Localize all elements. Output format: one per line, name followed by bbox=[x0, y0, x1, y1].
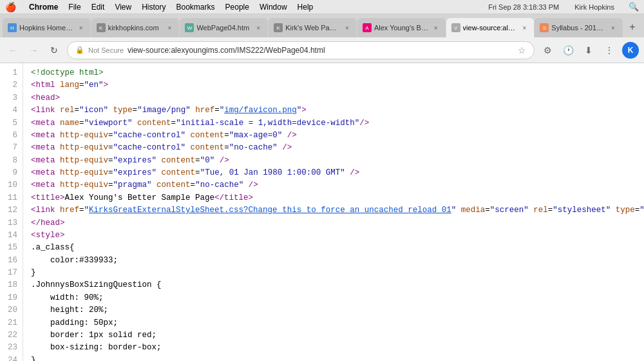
tab-view-source[interactable]: V view-source:ale... × bbox=[446, 18, 535, 37]
code-line: <style> bbox=[31, 229, 644, 242]
code-line: box-sizing: border-box; bbox=[31, 342, 644, 354]
code-line: <meta http-equiv="pragma" content="no-ca… bbox=[31, 179, 644, 191]
code-line: } bbox=[31, 267, 644, 279]
line-number: 14 bbox=[5, 229, 17, 242]
reload-button[interactable]: ↻ bbox=[46, 43, 62, 58]
tab-alex-young[interactable]: A Alex Young's Be... × bbox=[357, 18, 446, 37]
line-number: 12 bbox=[5, 204, 17, 217]
line-number: 3 bbox=[5, 92, 17, 104]
line-number: 4 bbox=[5, 104, 17, 117]
line-number: 16 bbox=[5, 255, 17, 267]
code-line: <title>Alex Young's Better Sample Page</… bbox=[31, 192, 644, 204]
line-number: 11 bbox=[5, 192, 17, 204]
menubar-file[interactable]: File bbox=[68, 3, 80, 12]
line-number: 19 bbox=[5, 292, 17, 304]
line-number: 13 bbox=[5, 217, 17, 229]
code-table: 1234567891011121314151617181920212223242… bbox=[0, 63, 644, 361]
urlbar: ← → ↻ 🔒 Not Secure view-source:alexyoung… bbox=[0, 37, 644, 63]
code-line: padding: 50px; bbox=[31, 317, 644, 329]
code-line: .a_class{ bbox=[31, 242, 644, 254]
tab-favicon-4: K bbox=[274, 23, 283, 32]
code-line: <link href="KirksGreatExternalStyleSheet… bbox=[31, 204, 644, 217]
code-content: <!doctype html><html lang="en"><head><li… bbox=[23, 63, 644, 361]
tab-favicon-2: K bbox=[97, 23, 106, 32]
tab-close-3[interactable]: × bbox=[254, 23, 263, 32]
code-line: } bbox=[31, 355, 644, 361]
line-number: 24 bbox=[5, 355, 17, 361]
line-numbers: 1234567891011121314151617181920212223242… bbox=[0, 63, 23, 361]
url-field[interactable]: 🔒 Not Secure view-source:alexyoungims.co… bbox=[67, 41, 535, 59]
tab-close-7[interactable]: × bbox=[609, 23, 618, 32]
menubar-chrome[interactable]: Chrome bbox=[29, 3, 58, 12]
tab-favicon-7: S bbox=[540, 23, 549, 32]
tab-favicon-5: A bbox=[363, 23, 372, 32]
line-number: 20 bbox=[5, 304, 17, 317]
tab-title-2: kirkhopkins.com bbox=[108, 24, 163, 32]
code-line: <head> bbox=[31, 92, 644, 104]
downloads-icon[interactable]: ⬇ bbox=[581, 43, 596, 58]
code-line: <!doctype html> bbox=[31, 67, 644, 79]
history-icon[interactable]: 🕐 bbox=[560, 43, 576, 58]
apple-menu[interactable]: 🍎 bbox=[5, 2, 16, 12]
profile-button[interactable]: K bbox=[622, 42, 639, 59]
tab-favicon-1: H bbox=[8, 23, 17, 32]
tab-close-5[interactable]: × bbox=[431, 23, 440, 32]
security-icon: 🔒 bbox=[75, 46, 84, 54]
menubar-help[interactable]: Help bbox=[298, 3, 314, 12]
tab-close-2[interactable]: × bbox=[165, 23, 174, 32]
line-number: 15 bbox=[5, 242, 17, 254]
code-line: border: 1px solid red; bbox=[31, 329, 644, 342]
line-number: 23 bbox=[5, 342, 17, 354]
code-line: height: 20%; bbox=[31, 304, 644, 317]
forward-button[interactable]: → bbox=[26, 43, 41, 58]
menubar-user: Kirk Hopkins bbox=[574, 3, 614, 11]
menubar-bookmarks[interactable]: Bookmarks bbox=[176, 3, 215, 12]
code-line: <meta http-equiv="cache-control" content… bbox=[31, 142, 644, 154]
code-line: .JohnnysBoxSizingQuestion { bbox=[31, 279, 644, 291]
tab-title-7: Syllabus - 2019... bbox=[551, 24, 606, 32]
line-number: 2 bbox=[5, 79, 17, 92]
tab-close-4[interactable]: × bbox=[343, 23, 352, 32]
line-number: 17 bbox=[5, 267, 17, 279]
bookmark-icon[interactable]: ☆ bbox=[518, 45, 526, 55]
security-label: Not Secure bbox=[88, 46, 124, 54]
extensions-icon[interactable]: ⚙ bbox=[540, 43, 555, 58]
tab-webpage04[interactable]: W WebPage04.htm × bbox=[180, 18, 268, 37]
code-line: <meta name="viewport" content="initial-s… bbox=[31, 117, 644, 130]
menubar-search-icon[interactable]: 🔍 bbox=[629, 2, 639, 12]
line-number: 18 bbox=[5, 279, 17, 291]
tab-favicon-6: V bbox=[451, 23, 460, 32]
menubar-view[interactable]: View bbox=[115, 3, 131, 12]
code-line: width: 90%; bbox=[31, 292, 644, 304]
code-line: <html lang="en"> bbox=[31, 79, 644, 92]
line-number: 5 bbox=[5, 117, 17, 130]
menubar-edit[interactable]: Edit bbox=[91, 3, 105, 12]
tab-title-1: Hopkins Home P... bbox=[19, 24, 74, 32]
tab-hopkins-home[interactable]: H Hopkins Home P... × bbox=[3, 18, 91, 37]
menubar-people[interactable]: People bbox=[225, 3, 249, 12]
tabbar: H Hopkins Home P... × K kirkhopkins.com … bbox=[0, 14, 644, 37]
tab-close-1[interactable]: × bbox=[77, 23, 86, 32]
tab-syllabus[interactable]: S Syllabus - 2019... × bbox=[535, 18, 623, 37]
tab-title-6: view-source:ale... bbox=[463, 24, 518, 32]
tab-kirkhopkins[interactable]: K kirkhopkins.com × bbox=[91, 18, 180, 37]
tab-title-3: WebPage04.htm bbox=[196, 24, 251, 32]
code-line: color:#339933; bbox=[31, 255, 644, 267]
menubar-clock: Fri Sep 28 3:18:33 PM bbox=[488, 3, 559, 11]
tab-favicon-3: W bbox=[185, 23, 194, 32]
tab-kirks-web[interactable]: K Kirk's Web Page... × bbox=[269, 18, 357, 37]
new-tab-button[interactable]: + bbox=[623, 18, 641, 36]
code-line: <meta http-equiv="expires" content="Tue,… bbox=[31, 167, 644, 179]
line-number: 21 bbox=[5, 317, 17, 329]
tab-close-6[interactable]: × bbox=[520, 23, 529, 32]
code-line: <link rel="icon" type="image/png" href="… bbox=[31, 104, 644, 117]
tab-title-4: Kirk's Web Page... bbox=[285, 24, 340, 32]
tab-title-5: Alex Young's Be... bbox=[374, 24, 429, 32]
back-button[interactable]: ← bbox=[5, 43, 21, 58]
line-number: 10 bbox=[5, 179, 17, 191]
menu-icon[interactable]: ⋮ bbox=[601, 43, 617, 58]
code-line: <meta http-equiv="cache-control" content… bbox=[31, 130, 644, 142]
line-number: 22 bbox=[5, 329, 17, 342]
menubar-history[interactable]: History bbox=[142, 3, 166, 12]
menubar-window[interactable]: Window bbox=[260, 3, 287, 12]
